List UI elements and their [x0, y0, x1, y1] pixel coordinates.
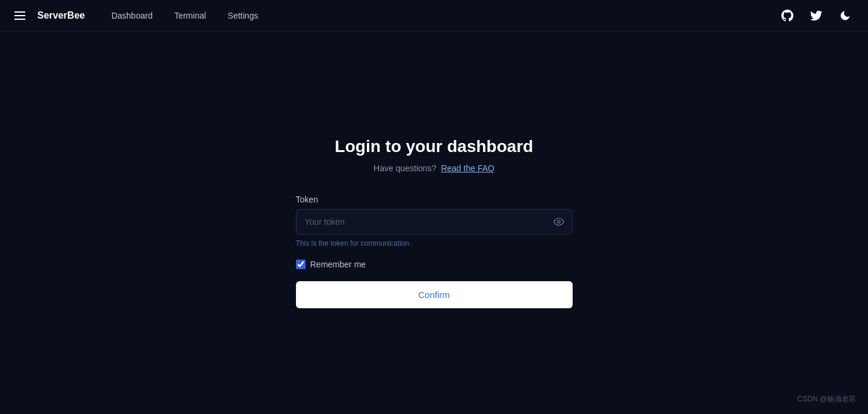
login-form: Token This is the token for communicatio…	[296, 195, 573, 308]
login-container: Login to your dashboard Have questions? …	[296, 137, 573, 308]
nav-settings[interactable]: Settings	[223, 8, 263, 23]
subtitle-text: Have questions?	[374, 163, 436, 173]
navbar-left: ServerBee Dashboard Terminal Settings	[14, 8, 263, 23]
login-subtitle: Have questions? Read the FAQ	[374, 163, 494, 173]
twitter-icon[interactable]	[808, 7, 825, 24]
toggle-password-icon[interactable]	[552, 215, 565, 228]
theme-toggle-icon[interactable]	[837, 7, 854, 24]
token-input[interactable]	[296, 209, 573, 234]
token-label: Token	[296, 195, 573, 204]
footer-watermark: CSDN @杨浦老苏	[797, 394, 856, 404]
brand-name: ServerBee	[37, 10, 85, 21]
hamburger-icon[interactable]	[14, 11, 25, 20]
remember-me-row: Remember me	[296, 260, 573, 269]
main-content: Login to your dashboard Have questions? …	[0, 31, 868, 414]
nav-dashboard[interactable]: Dashboard	[106, 8, 158, 23]
remember-me-label[interactable]: Remember me	[310, 260, 366, 269]
remember-me-checkbox[interactable]	[296, 260, 306, 269]
token-input-wrapper	[296, 209, 573, 234]
confirm-button[interactable]: Confirm	[296, 281, 573, 308]
navbar: ServerBee Dashboard Terminal Settings	[0, 0, 868, 31]
nav-terminal[interactable]: Terminal	[170, 8, 211, 23]
token-hint: This is the token for communication.	[296, 239, 573, 248]
login-title: Login to your dashboard	[335, 137, 534, 156]
faq-link[interactable]: Read the FAQ	[441, 163, 494, 173]
svg-point-0	[557, 221, 560, 224]
github-icon[interactable]	[779, 7, 796, 24]
navbar-right	[779, 7, 854, 24]
